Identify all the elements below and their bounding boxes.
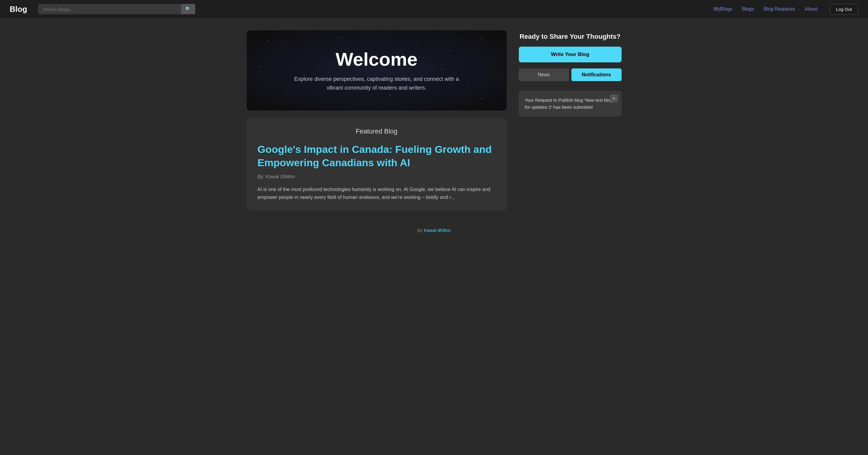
write-blog-button[interactable]: Write Your Blog [519, 47, 622, 62]
content-area: Welcome Explore diverse perspectives, ca… [247, 30, 507, 211]
featured-excerpt: AI is one of the most profound technolog… [257, 186, 496, 201]
search-input[interactable] [38, 4, 181, 14]
notification-card: Your Request to Publish blog 'New test b… [519, 91, 622, 117]
footer-prefix: By [417, 228, 423, 233]
nav-links: MyBlogs Blogs Blog Requests About [714, 6, 817, 12]
notification-close-button[interactable]: × [610, 94, 618, 102]
cta-title: Ready to Share Your Thoughts? [519, 33, 620, 40]
footer-author-link[interactable]: Kawal dhillon [424, 228, 451, 233]
tab-news[interactable]: News [519, 68, 569, 81]
search-bar: 🔍 [38, 4, 195, 14]
main-container: Welcome Explore diverse perspectives, ca… [222, 18, 646, 223]
nav-link-myblogs[interactable]: MyBlogs [714, 6, 732, 12]
tab-buttons: News Notifications [519, 68, 622, 81]
featured-author: By: Kawal Dhillon [257, 174, 496, 179]
sidebar-cta: Ready to Share Your Thoughts? Write Your… [519, 30, 622, 84]
logout-button[interactable]: Log Out [830, 4, 858, 15]
welcome-banner: Welcome Explore diverse perspectives, ca… [247, 30, 507, 111]
decorative-dots [247, 30, 507, 111]
search-button[interactable]: 🔍 [181, 4, 195, 14]
sidebar: Ready to Share Your Thoughts? Write Your… [519, 30, 622, 211]
nav-link-blog-requests[interactable]: Blog Requests [764, 6, 795, 12]
welcome-title: Welcome [336, 49, 417, 70]
footer-credit: By Kawal dhillon [0, 223, 868, 238]
featured-label: Featured Blog [257, 127, 496, 135]
notification-text: Your Request to Publish blog 'New test b… [525, 97, 613, 110]
featured-blog-card: Featured Blog Google's Impact in Canada:… [247, 118, 507, 211]
site-logo: Blog [10, 4, 27, 14]
nav-link-blogs[interactable]: Blogs [742, 6, 754, 12]
navbar: Blog 🔍 MyBlogs Blogs Blog Requests About… [0, 0, 868, 18]
nav-link-about[interactable]: About [805, 6, 817, 12]
welcome-subtitle: Explore diverse perspectives, captivatin… [286, 75, 467, 92]
tab-notifications[interactable]: Notifications [571, 68, 622, 81]
featured-title[interactable]: Google's Impact in Canada: Fueling Growt… [257, 143, 496, 169]
